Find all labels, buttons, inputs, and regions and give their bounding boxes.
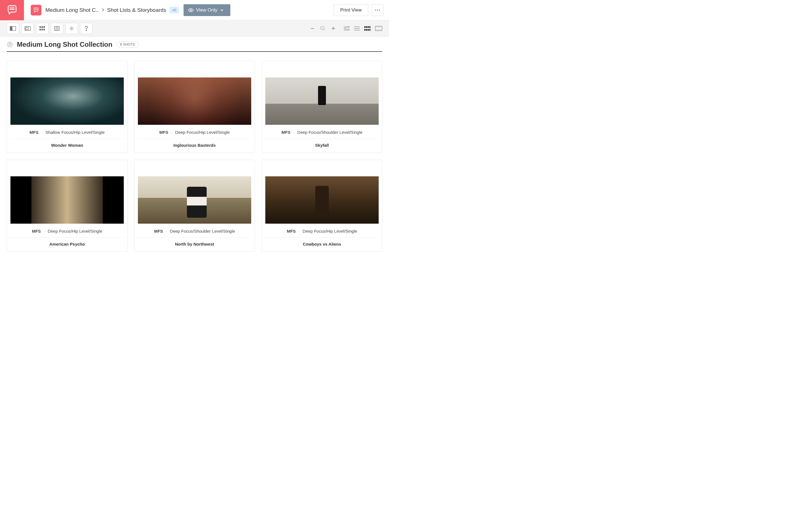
svg-point-6 <box>377 10 378 11</box>
svg-rect-9 <box>10 26 12 31</box>
sidebar-icon <box>10 26 16 31</box>
top-bar: Medium Long Shot C.. Shot Lists & Storyb… <box>0 0 389 20</box>
shot-card[interactable]: MFS · Deep Focus/Shoulder Level/Single S… <box>262 61 382 153</box>
shot-thumbnail <box>10 77 124 125</box>
shot-details: Deep Focus/Hip Level/Single <box>303 229 357 233</box>
list-detail-view-button[interactable] <box>344 26 350 31</box>
svg-rect-32 <box>344 29 346 31</box>
svg-rect-43 <box>366 29 367 31</box>
shot-card[interactable]: MFS · Shallow Focus/Hip Level/Single Won… <box>7 61 128 153</box>
shot-thumbnail <box>138 176 251 224</box>
layout-switcher <box>344 26 382 31</box>
breadcrumb-section[interactable]: Shot Lists & Storyboards <box>107 7 166 13</box>
svg-rect-42 <box>364 29 366 31</box>
svg-rect-17 <box>43 29 45 31</box>
svg-point-7 <box>379 10 380 11</box>
settings-button[interactable] <box>65 23 78 34</box>
project-icon[interactable] <box>31 5 42 15</box>
shot-details: Deep Focus/Hip Level/Single <box>175 130 230 135</box>
grid-view-button[interactable] <box>36 23 49 34</box>
ellipsis-icon <box>375 9 380 11</box>
shot-thumbnail <box>138 77 251 125</box>
shot-card[interactable]: MFS · Deep Focus/Shoulder Level/Single N… <box>134 160 255 252</box>
chat-bubble-icon <box>6 4 18 16</box>
breadcrumb-project[interactable]: Medium Long Shot C.. <box>45 7 99 13</box>
grid-large-view-button[interactable] <box>364 26 370 31</box>
shot-size: MFS <box>32 229 41 233</box>
shot-film-title: Inglourious Basterds <box>138 143 251 148</box>
shot-film-title: Skyfall <box>265 143 378 148</box>
svg-rect-44 <box>368 29 369 31</box>
zoom-reset-button[interactable]: 1:1 <box>320 25 326 32</box>
shot-size: MFS <box>159 130 168 135</box>
more-menu-button[interactable] <box>371 4 384 16</box>
shot-meta: MFS · Deep Focus/Shoulder Level/Single <box>265 130 378 139</box>
help-button[interactable] <box>80 23 93 34</box>
svg-point-21 <box>71 27 72 29</box>
shot-details: Deep Focus/Shoulder Level/Single <box>297 130 363 135</box>
zoom-controls: 1:1 <box>310 25 336 32</box>
svg-rect-16 <box>42 29 43 31</box>
shot-details: Deep Focus/Hip Level/Single <box>48 229 102 233</box>
svg-rect-39 <box>366 26 367 28</box>
view-mode-dropdown[interactable]: View Only <box>184 4 231 16</box>
frame-view-button[interactable] <box>21 23 34 34</box>
shot-film-title: Cowboys vs Aliens <box>265 242 378 246</box>
chat-bubble-icon <box>33 7 39 13</box>
columns-view-button[interactable] <box>51 23 63 34</box>
chevron-down-icon <box>220 9 223 11</box>
svg-point-22 <box>86 30 87 31</box>
toolbar: 1:1 <box>0 20 389 37</box>
columns-icon <box>54 26 59 31</box>
svg-rect-41 <box>369 26 370 28</box>
shot-thumbnail <box>265 176 378 224</box>
svg-rect-14 <box>43 26 45 28</box>
svg-rect-29 <box>344 26 346 28</box>
shot-card[interactable]: MFS · Deep Focus/Hip Level/Single Inglou… <box>134 61 255 153</box>
svg-rect-45 <box>369 29 370 31</box>
svg-rect-40 <box>368 26 369 28</box>
shot-thumbnail <box>10 176 124 224</box>
eye-icon <box>188 8 194 12</box>
print-view-button[interactable]: Print View <box>334 4 368 16</box>
svg-rect-15 <box>40 29 41 31</box>
app-logo[interactable] <box>0 0 24 20</box>
list-view-button[interactable] <box>354 26 360 31</box>
shot-card[interactable]: MFS · Deep Focus/Hip Level/Single Cowboy… <box>262 160 382 252</box>
version-badge[interactable]: v0 <box>169 7 179 13</box>
chevron-right-icon <box>101 7 104 13</box>
shot-meta: MFS · Deep Focus/Hip Level/Single <box>265 229 378 238</box>
shots-grid: MFS · Shallow Focus/Hip Level/Single Won… <box>7 61 382 252</box>
shot-size: MFS <box>282 130 290 135</box>
shot-count-badge: 6 SHOTS <box>116 41 139 48</box>
svg-line-25 <box>324 29 325 31</box>
zoom-in-button[interactable] <box>331 26 336 31</box>
shot-card[interactable]: MFS · Deep Focus/Hip Level/Single Americ… <box>7 160 128 252</box>
svg-rect-18 <box>55 26 59 31</box>
shot-meta: MFS · Deep Focus/Hip Level/Single <box>10 229 124 238</box>
panel-toggle-button[interactable] <box>7 23 19 34</box>
frame-icon <box>24 26 31 31</box>
svg-point-5 <box>375 10 376 11</box>
shot-size: MFS <box>30 130 39 135</box>
question-icon <box>85 26 88 31</box>
collection-header: Medium Long Shot Collection 6 SHOTS <box>7 41 382 52</box>
page-title: Medium Long Shot Collection <box>17 41 112 48</box>
svg-text:1:1: 1:1 <box>321 27 324 29</box>
grid-icon <box>40 26 45 31</box>
shot-film-title: American Psycho <box>10 242 124 246</box>
svg-point-4 <box>190 9 192 11</box>
svg-rect-13 <box>42 26 43 28</box>
shot-details: Deep Focus/Shoulder Level/Single <box>170 229 235 233</box>
shot-thumbnail <box>265 77 378 125</box>
shot-meta: MFS · Deep Focus/Hip Level/Single <box>138 130 251 139</box>
svg-rect-38 <box>364 26 366 28</box>
svg-rect-11 <box>26 27 28 30</box>
svg-point-49 <box>7 42 12 47</box>
shot-film-title: Wonder Woman <box>10 143 124 148</box>
shot-size: MFS <box>154 229 163 233</box>
gear-icon <box>69 26 74 31</box>
svg-rect-12 <box>40 26 41 28</box>
filmstrip-view-button[interactable] <box>375 26 382 31</box>
zoom-out-button[interactable] <box>310 26 315 31</box>
